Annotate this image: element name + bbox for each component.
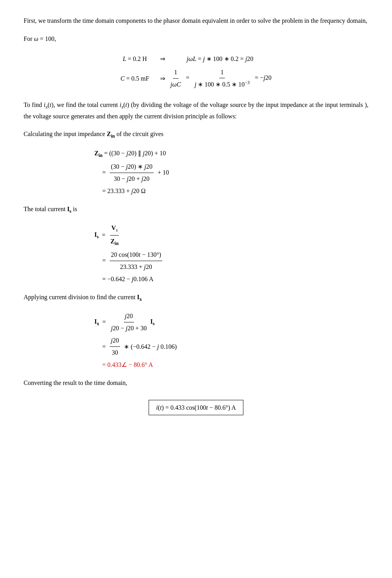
Is-eq3: = −0.642 − j0.106 A: [102, 274, 368, 284]
Zin-eq2: = (30 − j20) ∗ j20 30 − j20 + j20 + 10: [102, 162, 368, 184]
L-equation-row: L = 0.2 H ⇒ jωL = j ∗ 100 ∗ 0.2 = j20: [120, 54, 271, 64]
Ix-eq2-num: j20: [110, 335, 120, 347]
Ix-eq1-num: j20: [124, 311, 134, 322]
current-division-paragraph: Applying current division to find the cu…: [24, 292, 368, 303]
Zin-block: Zin = ((30 − j20) ∥ j20) + 10 = (30 − j2…: [94, 148, 368, 196]
Ix-block: Ix = j20 j20 − j20 + 30 Is = j20 30 ∗ (−…: [94, 311, 368, 370]
Ix-eq1-den: j20 − j20 + 30: [110, 322, 148, 333]
Is-equations: Is = Vs Zin = 20 cos(100t − 130°) 23.333…: [24, 223, 368, 284]
Is-eq2-den: 23.333 + j20: [119, 261, 153, 272]
intro-paragraph: First, we transform the time domain comp…: [24, 16, 368, 26]
converting-text: Converting the result to the time domain…: [24, 379, 127, 386]
Is-eq1: Is = Vs Zin: [94, 223, 368, 247]
Ix-eq2-den: 30: [110, 347, 119, 358]
main-content: First, we transform the time domain comp…: [24, 16, 368, 415]
C-arrow: ⇒: [157, 67, 168, 90]
Is-eq2-num: 20 cos(100t − 130°): [110, 250, 162, 261]
omega-text: For ω = 100,: [24, 35, 56, 42]
Zin-eq1: Zin = ((30 − j20) ∥ j20) + 10: [94, 148, 368, 159]
Zin-equations: Zin = ((30 − j20) ∥ j20) + 10 = (30 − j2…: [24, 148, 368, 196]
converting-paragraph: Converting the result to the time domain…: [24, 378, 368, 388]
lc-equations: L = 0.2 H ⇒ jωL = j ∗ 100 ∗ 0.2 = j20 C …: [24, 51, 368, 93]
final-result-block: i(t) = 0.433 cos(100t − 80.6°) A: [24, 396, 368, 416]
Ix-eq2: = j20 30 ∗ (−0.642 − j0.106): [102, 335, 368, 357]
L-label: L = 0.2 H: [120, 54, 157, 64]
C-label: C = 0.5 mF: [120, 67, 157, 90]
Is-eq2: = 20 cos(100t − 130°) 23.333 + j20: [102, 250, 368, 272]
C-frac2-den: j ∗ 100 ∗ 0.5 ∗ 10−3: [193, 78, 251, 90]
Zin-eq3: = 23.333 + j20 Ω: [102, 186, 368, 196]
C-frac-den: jωC: [169, 79, 182, 90]
L-arrow: ⇒: [157, 54, 168, 64]
C-frac-num: 1: [173, 67, 179, 79]
Ix-eq1: Ix = j20 j20 − j20 + 30 Is: [94, 311, 368, 333]
Is-eq1-num: Vs: [110, 223, 119, 235]
Is-eq1-den: Zin: [109, 236, 120, 247]
intro-text: First, we transform the time domain comp…: [24, 17, 367, 24]
Ix-eq3: = 0.433∠ − 80.6° A: [102, 360, 368, 370]
L-result: jωL = j ∗ 100 ∗ 0.2 = j20: [168, 54, 271, 64]
calc-impedance-paragraph: Calculating the input impedance Zin of t…: [24, 129, 368, 140]
Zin-eq2-den: 30 − j20 + j20: [112, 173, 151, 184]
C-frac2-num: 1: [219, 67, 225, 79]
C-equation-row: C = 0.5 mF ⇒ 1 jωC = 1 j ∗ 100 ∗ 0.5 ∗ 1…: [120, 67, 271, 90]
final-result-box: i(t) = 0.433 cos(100t − 80.6°) A: [149, 400, 243, 416]
find-ix-paragraph: To find ix(t), we find the total current…: [24, 100, 368, 121]
Zin-eq2-num: (30 − j20) ∗ j20: [110, 162, 154, 173]
Is-block: Is = Vs Zin = 20 cos(100t − 130°) 23.333…: [94, 223, 368, 284]
C-result: 1 jωC = 1 j ∗ 100 ∗ 0.5 ∗ 10−3 = −j20: [168, 67, 271, 90]
omega-line: For ω = 100,: [24, 34, 368, 44]
Ix-equations: Ix = j20 j20 − j20 + 30 Is = j20 30 ∗ (−…: [24, 311, 368, 370]
total-current-paragraph: The total current Is is: [24, 204, 368, 215]
